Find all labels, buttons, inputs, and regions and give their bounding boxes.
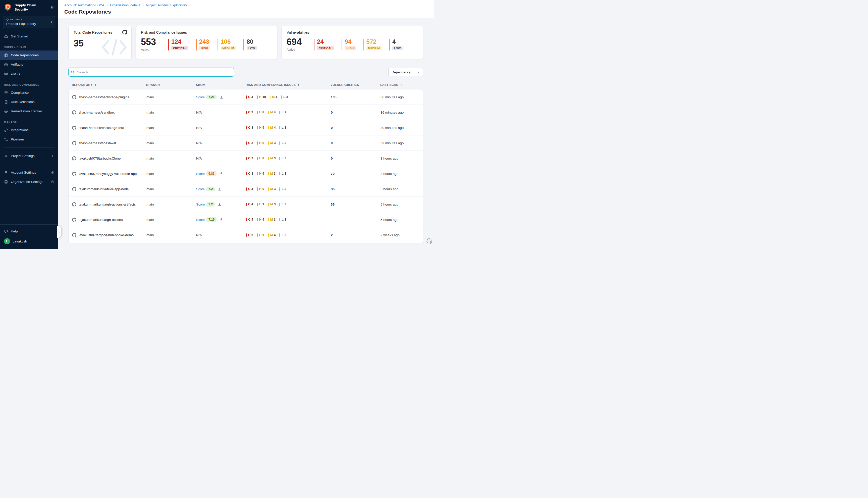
sidebar-footer: Help L Lavakush: [0, 224, 58, 249]
breadcrumb-link[interactable]: Organization: default: [110, 3, 140, 7]
last-scan-cell: 2 weeks ago: [380, 233, 418, 237]
table-row[interactable]: shash-harness/backstage-test main N/A C3…: [69, 120, 423, 135]
breadcrumb-link[interactable]: Account: Automation-SSCA: [64, 3, 104, 7]
medium-count: M4: [270, 95, 277, 99]
sidebar-item-help[interactable]: Help: [0, 227, 58, 236]
table-row[interactable]: shash-harness/sandbox main N/A C3 H8 M4 …: [69, 105, 423, 120]
github-icon: [72, 95, 76, 99]
table-row[interactable]: lavakush07/argocd-hub-spoke-demo main N/…: [69, 227, 423, 243]
table-row[interactable]: tejakummarikuntla/gh-actions main Score …: [69, 212, 423, 227]
sbom-cell: Score 7.19: [196, 217, 246, 222]
sidebar-item-project-settings[interactable]: Project Settings: [0, 151, 58, 160]
sidebar-item-get-started[interactable]: Get Started: [0, 32, 58, 41]
risk-issues-cell: C3 H9 M4 L3: [246, 233, 331, 237]
severity-badge: MEDIUM: [221, 46, 236, 50]
repository-cell: lavakush07/easybuggy-vulnerable-app...: [72, 172, 146, 176]
download-sbom-icon[interactable]: [219, 95, 223, 99]
chevron-right-icon: [51, 154, 54, 158]
sidebar-nav: Get Started SUPPLY CHAIN Code Repositori…: [0, 29, 58, 224]
column-header-risk-issues[interactable]: RISK AND COMPLIANCE ISSUES: [246, 83, 331, 87]
total-repos-value: 35: [74, 39, 126, 48]
github-icon: [72, 141, 76, 145]
repository-cell: lavakush07/argocd-hub-spoke-demo: [72, 233, 146, 237]
sidebar-item-code-repositories[interactable]: Code Repositories: [0, 51, 58, 60]
summary-cards: Total Code Repositories 35 Risk and Comp…: [68, 26, 423, 59]
sbom-score-value[interactable]: 7.2: [206, 202, 215, 207]
table-row[interactable]: lavakush07/easybuggy-vulnerable-app... m…: [69, 166, 423, 181]
support-icon[interactable]: [426, 237, 432, 244]
last-scan-cell: 5 hours ago: [380, 187, 418, 191]
breadcrumb-link[interactable]: Project: Product Exploratory: [146, 3, 187, 7]
sbom-score-value[interactable]: 7.2: [206, 187, 215, 191]
risk-issues-total: 553: [141, 37, 156, 47]
branch-cell: main: [146, 110, 196, 114]
high-count: H10: [257, 95, 266, 99]
breadcrumb-separator: ›: [143, 3, 144, 7]
severity-count: 106: [221, 39, 236, 45]
column-header-repository[interactable]: REPOSITORY: [72, 83, 146, 87]
search-input[interactable]: [68, 68, 234, 77]
branch-cell: main: [146, 157, 196, 160]
brand: Supply Chain Security: [0, 0, 58, 15]
sidebar-item-compliance[interactable]: Compliance: [0, 88, 58, 97]
low-count: L3: [281, 95, 288, 99]
medium-count: M4: [268, 126, 276, 129]
repository-cell: lavakush07/StarbucksClone: [72, 156, 146, 160]
table-row[interactable]: tejakummarikuntla/filler-app-node main S…: [69, 181, 423, 197]
account-icon: [4, 171, 8, 175]
low-count: L3: [279, 187, 286, 191]
dependency-dropdown[interactable]: Dependency: [388, 68, 423, 76]
sbom-score-value[interactable]: 7.21: [206, 95, 216, 99]
high-count: H8: [257, 110, 264, 114]
critical-count: C4: [246, 187, 253, 191]
project-selector[interactable]: PROJECT Product Exploratory: [3, 16, 55, 28]
severity-badge: LOW: [392, 46, 403, 50]
severity-badge: HIGH: [345, 46, 356, 50]
table-row[interactable]: tejakummarikuntla/gh-actions-artifacts m…: [69, 197, 423, 212]
sidebar-item-integrations[interactable]: Integrations: [0, 126, 58, 135]
critical-count: C3: [246, 126, 253, 129]
medium-count: M4: [268, 110, 276, 114]
main-content: Account: Automation-SSCA › Organization:…: [58, 0, 434, 249]
low-count: L3: [279, 233, 286, 237]
table-row[interactable]: lavakush07/StarbucksClone main N/A C3 H8…: [69, 151, 423, 166]
download-sbom-icon[interactable]: [219, 172, 223, 175]
table-row[interactable]: shash-harness/shashwat main N/A C3 H8 M3…: [69, 135, 423, 151]
sbom-score-label: Score: [196, 187, 205, 191]
section-title-risk-and-compliance: RISK AND COMPLIANCE: [4, 83, 54, 86]
branch-cell: main: [146, 172, 196, 175]
module-switcher-icon[interactable]: [51, 5, 55, 10]
branch-cell: main: [146, 187, 196, 191]
sidebar-item-cicd[interactable]: CI/CD: [0, 69, 58, 78]
github-icon: [72, 233, 76, 237]
sbom-score-value[interactable]: 5.83: [206, 171, 216, 176]
sidebar-item-organization-settings[interactable]: Organization Settings: [0, 177, 58, 186]
download-sbom-icon[interactable]: [219, 218, 223, 222]
user-menu[interactable]: L Lavakush: [0, 236, 58, 247]
vulnerabilities-cell: 36: [331, 187, 380, 191]
sidebar-item-artifacts[interactable]: Artifacts: [0, 60, 58, 69]
sidebar: Supply Chain Security PROJECT Product Ex…: [0, 0, 58, 249]
sidebar-item-remediation-tracker[interactable]: Remediation Tracker: [0, 106, 58, 116]
last-scan-cell: 5 hours ago: [380, 202, 418, 206]
download-sbom-icon[interactable]: [218, 187, 222, 191]
app-root: Supply Chain Security PROJECT Product Ex…: [0, 0, 434, 249]
risk-issues-cell: C3 H9 M3 L3: [246, 172, 331, 175]
sidebar-collapse-handle[interactable]: [57, 226, 61, 238]
vulnerabilities-cell: 2: [331, 233, 380, 237]
repository-name: shash-harness/backstage-test: [79, 126, 124, 130]
severity-bar: [217, 39, 218, 51]
sbom-score-value[interactable]: 7.19: [206, 217, 216, 222]
user-name: Lavakush: [13, 239, 27, 243]
download-sbom-icon[interactable]: [218, 202, 222, 206]
sidebar-item-account-settings[interactable]: Account Settings: [0, 168, 58, 177]
table-row[interactable]: shash-harness/backstage-plugins main Sco…: [69, 90, 423, 105]
severity-stat: 572 MEDIUM: [363, 39, 382, 51]
sbom-cell: Score 7.21: [196, 95, 246, 99]
critical-count: C3: [246, 172, 253, 175]
sidebar-item-pipelines[interactable]: Pipelines: [0, 135, 58, 144]
section-title-manage: MANAGE: [4, 121, 54, 123]
section-title-supply-chain: SUPPLY CHAIN: [4, 46, 54, 49]
sidebar-item-rule-definitions[interactable]: Rule Definitions: [0, 97, 58, 106]
column-header-last-scan[interactable]: LAST SCAN: [380, 83, 418, 87]
